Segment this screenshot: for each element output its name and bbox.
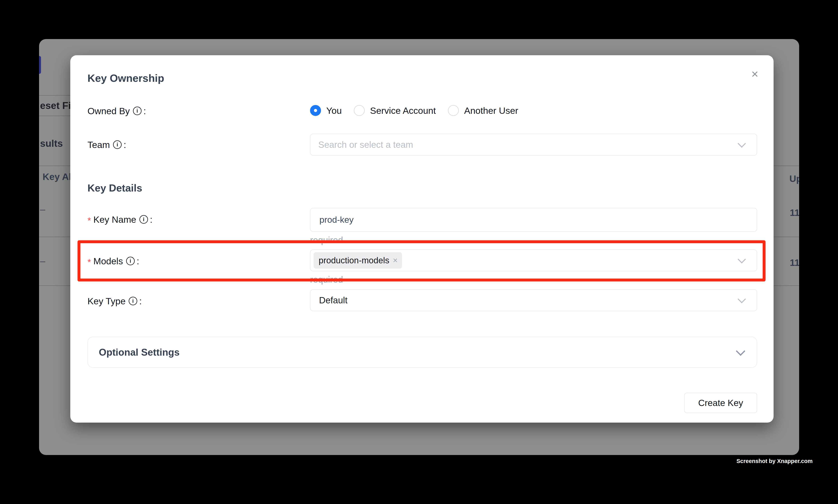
chevron-down-icon <box>738 295 746 303</box>
reset-filters-button-partial[interactable]: eset Filt <box>39 95 70 116</box>
close-icon[interactable]: × <box>747 67 762 82</box>
key-name-value: prod-key <box>310 215 354 225</box>
required-asterisk: * <box>88 215 91 226</box>
info-icon[interactable] <box>139 215 148 224</box>
key-type-label: Key Type : <box>88 295 142 307</box>
models-validation-text: required <box>310 274 343 285</box>
modal-title: Key Ownership <box>88 72 164 84</box>
table-row-updated: 11/ <box>790 257 799 268</box>
key-details-heading: Key Details <box>88 182 142 194</box>
column-header-updated: Up <box>789 173 799 184</box>
info-icon[interactable] <box>113 140 122 149</box>
team-label: Team : <box>88 139 126 150</box>
results-count-fragment: sults <box>40 138 63 149</box>
key-name-input[interactable]: prod-key <box>310 208 757 232</box>
models-label: * Models : <box>88 255 139 267</box>
info-icon[interactable] <box>129 297 137 305</box>
radio-option-service-account[interactable]: Service Account <box>354 105 436 116</box>
info-icon[interactable] <box>126 257 135 265</box>
owned-by-label: Owned By : <box>88 105 146 117</box>
owned-by-radio-group: You Service Account Another User <box>310 104 518 117</box>
table-row-updated: 11/ <box>790 207 799 218</box>
table-row-cell: – <box>40 204 45 215</box>
key-name-label: * Key Name : <box>88 214 153 225</box>
optional-settings-toggle[interactable]: Optional Settings <box>88 337 757 368</box>
key-type-value: Default <box>310 295 347 305</box>
create-key-button[interactable]: Create Key <box>684 393 757 413</box>
required-asterisk: * <box>88 257 91 267</box>
radio-option-another-user[interactable]: Another User <box>448 105 518 116</box>
reset-filters-label-fragment: eset Filt <box>39 100 70 111</box>
tag-remove-icon[interactable]: × <box>393 256 398 265</box>
key-name-validation-text: required <box>310 235 343 245</box>
models-select[interactable]: production-models × <box>310 250 757 271</box>
watermark-text: Screenshot by Xnapper.com <box>736 458 813 464</box>
team-select[interactable]: Search or select a team <box>310 134 757 156</box>
table-row-cell: – <box>40 256 45 267</box>
radio-icon[interactable] <box>448 105 459 116</box>
info-icon[interactable] <box>133 107 142 115</box>
chevron-down-icon <box>738 255 746 263</box>
create-key-modal: × Key Ownership Owned By : You Service A… <box>70 55 773 422</box>
team-select-placeholder: Search or select a team <box>310 139 413 150</box>
selected-model-tag: production-models × <box>314 252 402 269</box>
chevron-down-icon <box>736 346 745 356</box>
optional-settings-heading: Optional Settings <box>88 347 180 358</box>
create-new-key-button-partial[interactable] <box>39 56 41 74</box>
radio-icon[interactable] <box>354 105 365 116</box>
key-type-select[interactable]: Default <box>310 289 757 311</box>
radio-option-you[interactable]: You <box>310 105 342 116</box>
screenshot-canvas: eset Filt sults Key Alia Up – 11/ – 11/ … <box>0 0 838 504</box>
chevron-down-icon <box>738 139 746 148</box>
radio-selected-icon[interactable] <box>310 105 321 116</box>
